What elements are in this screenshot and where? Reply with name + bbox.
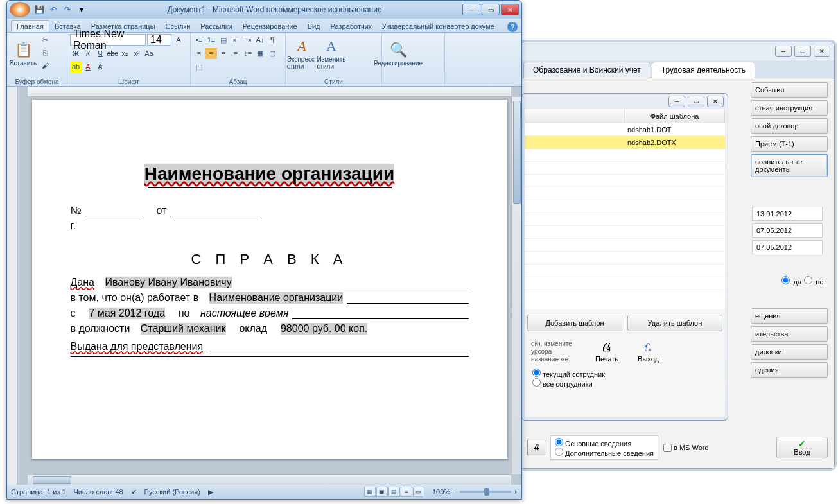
full-screen-icon[interactable]: ▣ [376,487,388,497]
table-row[interactable] [525,265,725,277]
zoom-control[interactable]: 100% − + [432,488,518,496]
change-styles-button[interactable]: A Изменить стили [318,34,345,74]
table-row[interactable] [525,175,725,187]
italic-icon[interactable]: К [82,48,94,59]
extra-docs-button[interactable]: полнительные документы [751,154,828,177]
table-row[interactable] [525,162,725,175]
multilevel-icon[interactable]: ▤ [218,34,229,46]
tab-home[interactable]: Главная [11,20,49,32]
highlight-icon[interactable]: ab [70,61,82,73]
date-field[interactable]: 07.05.2012 [752,223,823,238]
print-layout-icon[interactable]: ▦ [364,487,376,497]
date-field[interactable]: 13.01.2012 [752,207,823,221]
qat-dropdown-icon[interactable]: ▾ [76,4,87,15]
horizontal-ruler[interactable] [28,87,511,97]
exit-button[interactable]: ⎌ Выход [638,340,659,363]
save-icon[interactable]: 💾 [34,4,44,15]
format-painter-icon[interactable]: 🖌 [39,60,51,71]
subscript-icon[interactable]: x₂ [119,48,130,59]
date-field[interactable]: 07.05.2012 [752,240,823,254]
zoom-slider[interactable] [460,491,511,493]
maximize-button[interactable]: ▭ [794,46,811,57]
redo-icon[interactable]: ↷ [62,4,73,15]
zoom-out-icon[interactable]: − [453,488,457,496]
basic-info-radio[interactable]: Основные сведения [555,438,654,448]
tab-references[interactable]: Ссылки [161,21,196,32]
word-titlebar[interactable]: 💾 ↶ ↷ ▾ Документ1 - Microsoft Word неком… [7,1,521,19]
underline-icon[interactable]: Ч [94,48,106,59]
printer-icon[interactable]: 🖨 [527,440,545,455]
draft-icon[interactable]: ▭ [413,487,424,497]
table-row[interactable] [525,252,725,265]
page-status[interactable]: Страница: 1 из 1 [11,488,66,496]
borders-icon[interactable]: ▢ [266,48,278,59]
cut-icon[interactable]: ✂ [39,34,51,46]
sort-icon[interactable]: A↓ [254,34,266,46]
zoom-in-icon[interactable]: + [514,488,518,496]
table-row[interactable] [525,277,725,290]
table-row[interactable] [525,239,725,252]
tab-review[interactable]: Рецензирование [238,21,302,32]
grow-font-icon[interactable]: A [173,34,184,46]
shading-icon[interactable]: ▦ [254,48,266,59]
outline-icon[interactable]: ≡ [401,487,412,497]
yes-radio[interactable]: да [781,276,801,286]
print-button[interactable]: 🖨 Печать [595,340,618,363]
para-extra-icon[interactable]: ⬚ [193,61,205,73]
table-row[interactable] [525,187,725,200]
hire-button[interactable]: Прием (Т-1) [751,136,828,152]
strike-icon[interactable]: abc [107,48,118,59]
more-button[interactable]: ещения [751,308,828,324]
change-case-icon[interactable]: Aa [143,48,155,59]
clear-format-icon[interactable]: A̷ [94,61,106,73]
copy-icon[interactable]: ⎘ [39,47,51,58]
show-marks-icon[interactable]: ¶ [266,34,278,46]
line-spacing-icon[interactable]: ↕≡ [242,48,254,59]
close-button[interactable]: ✕ [501,4,519,15]
no-radio[interactable]: нет [804,276,826,286]
close-button[interactable]: ✕ [814,46,830,57]
spellcheck-icon[interactable]: ✔ [131,488,137,496]
numbering-icon[interactable]: 1≡ [205,34,217,46]
close-button[interactable]: ✕ [707,96,724,107]
table-row[interactable] [525,213,725,226]
justify-icon[interactable]: ≡ [230,48,241,59]
quick-styles-button[interactable]: A Экспресс-стили [288,34,315,74]
minimize-button[interactable]: ─ [462,4,480,15]
minimize-button[interactable]: ─ [775,46,792,57]
maximize-button[interactable]: ▭ [482,4,500,15]
tab-view[interactable]: Вид [302,21,326,32]
delete-template-button[interactable]: Удалить шаблон [627,315,722,331]
events-button[interactable]: События [751,82,828,98]
editing-button[interactable]: 🔍 Редактирование [385,34,412,74]
undo-icon[interactable]: ↶ [48,4,58,15]
superscript-icon[interactable]: x² [131,48,143,59]
vertical-ruler[interactable] [7,87,17,485]
more-button[interactable]: ительства [751,326,828,342]
font-name-combo[interactable]: Times New Roman [70,34,146,46]
extra-info-radio[interactable]: Дополнительные сведения [555,448,654,457]
current-employee-radio[interactable]: текущий сотрудник [532,369,717,378]
template-grid[interactable]: ndshab1.DOT ndshab2.DOTX [525,123,725,309]
tab-converter[interactable]: Универсальный конвертер докуме [377,21,500,32]
tab-work[interactable]: Трудовая деятельность [652,62,755,78]
bullets-icon[interactable]: •≡ [193,34,205,46]
titlebar[interactable]: ─ ▭ ✕ [521,42,834,60]
tab-education[interactable]: Образование и Воинский учет [523,62,650,78]
indent-dec-icon[interactable]: ⇤ [230,34,241,46]
language-status[interactable]: Русский (Россия) [144,488,200,496]
help-icon[interactable]: ? [507,22,518,32]
align-right-icon[interactable]: ≡ [218,48,229,59]
table-row[interactable]: ndshab1.DOT [525,123,725,136]
paste-button[interactable]: 📋 Вставить [10,34,37,74]
msword-checkbox[interactable]: в MS Word [663,444,709,452]
word-count[interactable]: Число слов: 48 [74,488,123,496]
tab-mailings[interactable]: Рассылки [195,21,237,32]
web-layout-icon[interactable]: ▤ [388,487,400,497]
maximize-button[interactable]: ▭ [688,96,704,107]
document-viewport[interactable]: Наименование организации № от г. С П Р А… [17,87,521,485]
font-color-icon[interactable]: A [82,61,94,73]
indent-inc-icon[interactable]: ⇥ [242,34,254,46]
all-employees-radio[interactable]: все сотрудники [532,378,717,388]
contract-button[interactable]: овой договор [751,118,828,134]
